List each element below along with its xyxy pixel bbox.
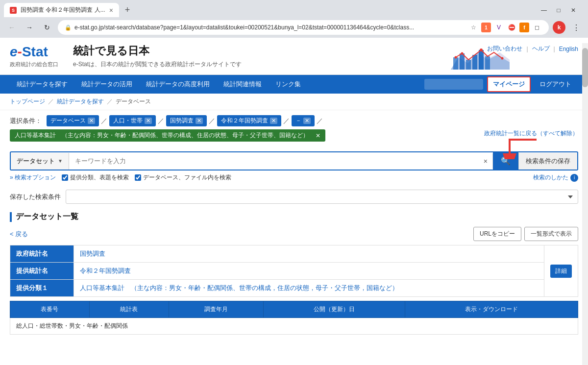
filter-tag-population-text: 人口・世帯	[113, 117, 143, 125]
english-link[interactable]: English	[559, 46, 578, 52]
more-button[interactable]: ⋮	[569, 21, 583, 34]
filter-tag-reiwa-remove[interactable]: ✕	[270, 118, 277, 124]
dataset-nav: < 戻る URLをコピー 一覧形式で表示	[10, 227, 578, 241]
address-bar: ← → ↻ 🔒 e-stat.go.jp/stat-search/databas…	[0, 17, 588, 38]
tab-title: 国勢調査 令和２年国勢調査 人...	[21, 6, 105, 14]
filter-tag-reiwa: 令和２年国勢調査 ✕	[217, 115, 281, 126]
ext-v-icon[interactable]: V	[494, 23, 504, 32]
profile-icon[interactable]: k	[553, 21, 565, 34]
tab-favicon: S	[10, 7, 17, 14]
filter-tag-population-remove[interactable]: ✕	[145, 118, 152, 124]
logout-button[interactable]: ログアウト	[533, 75, 578, 94]
back-button[interactable]: ←	[5, 21, 19, 34]
browser-chrome: S 国勢調査 令和２年国勢調査 人... × + — □ ✕ ← → ↻ 🔒 e…	[0, 0, 588, 38]
link-stats[interactable]: 令和２年国勢調査	[80, 267, 131, 274]
search-type-dropdown[interactable]: データセット ▼	[11, 153, 69, 170]
reload-button[interactable]: ↻	[40, 21, 54, 34]
info-icon[interactable]: i	[570, 174, 578, 182]
ext-block-icon[interactable]: ⛔	[507, 23, 516, 32]
forward-button[interactable]: →	[23, 21, 36, 34]
col-table: 統計表	[89, 301, 169, 318]
search-clear-button[interactable]: ×	[479, 153, 493, 169]
saved-search-label: 保存した検索条件	[10, 193, 61, 201]
breadcrumb-top[interactable]: トップページ	[10, 97, 45, 106]
scrollbar-thumb[interactable]	[582, 48, 588, 87]
close-button[interactable]: ✕	[566, 3, 580, 17]
check-database[interactable]	[135, 174, 141, 181]
ext-f-icon[interactable]: f	[519, 23, 529, 32]
dataset-actions: URLをコピー 一覧形式で表示	[473, 227, 578, 241]
breadcrumb: トップページ ／ 統計データを探す ／ データベース	[0, 94, 588, 110]
logo: e - Stat	[10, 44, 58, 60]
url-text: e-stat.go.jp/stat-search/database?page=1…	[74, 24, 466, 31]
logo-e: e	[10, 44, 18, 60]
table-row: 総人口・総世帯数・男女・年齢・配偶関係	[10, 318, 578, 335]
back-link[interactable]: < 戻る	[10, 230, 28, 239]
new-tab-button[interactable]: +	[121, 3, 134, 17]
detail-button[interactable]: 詳細	[550, 265, 572, 278]
mypage-button[interactable]: マイページ	[487, 76, 531, 92]
logo-area: e - Stat 政府統計の総合窓口	[10, 44, 58, 68]
logo-stat: Stat	[22, 44, 48, 60]
nav-item-info[interactable]: 統計関連情報	[217, 75, 269, 94]
header-links: お問い合わせ | ヘルプ | English	[487, 45, 578, 53]
save-search-button[interactable]: 検索条件の保存	[518, 153, 577, 170]
maximize-button[interactable]: □	[552, 3, 565, 17]
filter-tag-database: データベース ✕	[47, 115, 99, 126]
results-header-row: 表番号 統計表 調査年月 公開（更新）日 表示・ダウンロード	[10, 301, 578, 318]
filter-tag-database-text: データベース	[50, 117, 86, 125]
redacted-area	[424, 79, 483, 90]
active-tab[interactable]: S 国勢調査 令和２年国勢調査 人... ×	[4, 3, 119, 17]
ext-orange-icon[interactable]: 1	[481, 23, 491, 32]
url-box[interactable]: 🔒 e-stat.go.jp/stat-search/database?page…	[58, 20, 549, 35]
check-category-label: 提供分類、表題を検索	[70, 173, 129, 182]
search-help: 検索のしかた i	[533, 173, 578, 182]
help-link[interactable]: ヘルプ	[532, 45, 550, 53]
check-category[interactable]	[62, 174, 68, 181]
search-input[interactable]	[69, 153, 479, 169]
filter-green-remove[interactable]: ✕	[316, 132, 320, 139]
search-button[interactable]: 🔍	[493, 152, 518, 170]
filter-tag-census-remove[interactable]: ✕	[196, 118, 203, 124]
filter-tag-dash: － ✕	[292, 115, 315, 126]
svg-rect-5	[472, 55, 477, 70]
minimize-button[interactable]: —	[537, 3, 551, 17]
nav-item-search[interactable]: 統計データを探す	[10, 75, 74, 94]
col-publish-date: 公開（更新）日	[264, 301, 405, 318]
scrollbar-track[interactable]	[582, 43, 588, 340]
nav-item-advanced[interactable]: 統計データの高度利用	[139, 75, 217, 94]
list-view-button[interactable]: 一覧形式で表示	[524, 227, 578, 241]
filter-tag-census-text: 国勢調査	[170, 117, 194, 125]
filter-tag-dash-remove[interactable]: ✕	[303, 118, 311, 124]
nav-item-links[interactable]: リンク集	[269, 75, 308, 94]
filter-tag-database-remove[interactable]: ✕	[88, 118, 95, 124]
filter-row: 選択条件： データベース ✕ ／ 人口・世帯 ✕ ／ 国勢調査 ✕ ／ 令和２年…	[10, 115, 578, 126]
filter-clear-link[interactable]: 政府統計一覧に戻る（すべて解除）	[484, 129, 578, 138]
breadcrumb-search[interactable]: 統計データを探す	[57, 97, 104, 106]
tab-bar: S 国勢調査 令和２年国勢調査 人... × + — □ ✕	[0, 0, 588, 17]
table-row-agency: 政府統計名 国勢調査 詳細	[10, 245, 578, 263]
ext-doc-icon[interactable]: ◻	[532, 23, 542, 32]
bookmark-icon[interactable]: ☆	[468, 23, 478, 32]
page-content: e - Stat 政府統計の総合窓口 統計で見る日本 e-Statは、日本の統計…	[0, 38, 588, 340]
svg-point-9	[461, 52, 464, 55]
saved-search-select[interactable]	[66, 190, 578, 204]
check-label-1[interactable]: 提供分類、表題を検索	[62, 173, 129, 182]
svg-rect-7	[485, 56, 490, 70]
check-label-2[interactable]: データベース、ファイル内を検索	[135, 173, 231, 182]
url-copy-button[interactable]: URLをコピー	[473, 227, 521, 241]
filter-label: 選択条件：	[10, 117, 42, 125]
svg-rect-6	[479, 50, 484, 70]
search-options-link[interactable]: » 検索オプション	[10, 173, 56, 182]
logo-subtitle: 政府統計の総合窓口	[10, 61, 58, 68]
col-display: 表示・ダウンロード	[405, 301, 578, 318]
window-controls: — □ ✕	[537, 3, 584, 17]
nav-bar: 統計データを探す 統計データの活用 統計データの高度利用 統計関連情報 リンク集…	[0, 75, 588, 94]
contact-link[interactable]: お問い合わせ	[487, 45, 522, 53]
link-category[interactable]: 人口等基本集計 （主な内容：男女・年齢・配偶関係、世帯の構成，住居の状態，母子・…	[80, 284, 398, 292]
link-agency[interactable]: 国勢調査	[80, 250, 105, 257]
tab-close-button[interactable]: ×	[109, 6, 113, 14]
filter-green-tag: 人口等基本集計 （主な内容：男女・年齢・配偶関係、世帯の構成、住居の状態、母子・…	[10, 129, 325, 142]
nav-item-use[interactable]: 統計データの活用	[74, 75, 139, 94]
results-table: 表番号 統計表 調査年月 公開（更新）日 表示・ダウンロード 総人口・総世帯数・…	[10, 301, 578, 335]
